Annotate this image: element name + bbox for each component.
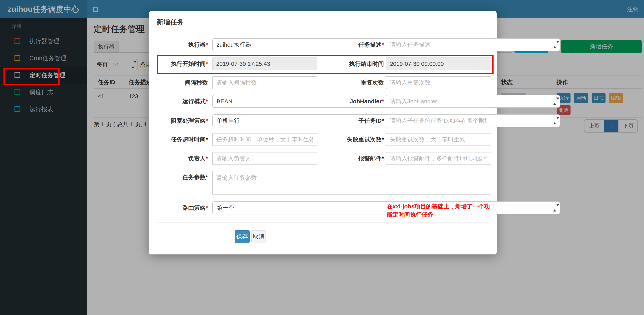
route-strategy-label: 路由策略* xyxy=(153,201,208,214)
retry-input[interactable] xyxy=(386,133,491,146)
task-params-textarea[interactable] xyxy=(212,171,490,195)
block-strategy-select-value: 单机串行 xyxy=(216,115,240,127)
jobhandler-label: JobHandler* xyxy=(315,95,384,108)
task-desc-label: 任务描述* xyxy=(315,38,384,51)
red-note-line2: 指定时间执行任务 xyxy=(387,210,495,219)
end-time-label: 执行结束时间 xyxy=(315,58,384,70)
executor-label: 执行器* xyxy=(153,38,208,51)
owner-label: 负责人* xyxy=(153,152,208,165)
block-strategy-label: 阻塞处理策略* xyxy=(153,114,208,127)
interval-label: 间隔秒数 xyxy=(153,76,208,89)
alarm-email-label: 报警邮件* xyxy=(315,152,384,165)
timeout-input[interactable] xyxy=(212,133,317,146)
retry-label: 失败重试次数* xyxy=(315,133,384,146)
route-strategy-select-value: 第一个 xyxy=(216,202,234,214)
cancel-button[interactable]: 取消 xyxy=(251,230,266,243)
owner-input[interactable] xyxy=(212,152,317,165)
run-mode-label: 运行模式* xyxy=(153,95,208,108)
select-caret-icon xyxy=(553,206,556,210)
run-mode-select-value: BEAN xyxy=(216,95,232,107)
task-params-label: 任务参数* xyxy=(153,171,208,184)
jobhandler-input[interactable] xyxy=(386,95,491,108)
end-time-input[interactable] xyxy=(386,58,491,70)
select-caret-icon xyxy=(553,43,556,47)
task-desc-input[interactable] xyxy=(386,38,491,51)
modal-title: 新增任务 xyxy=(157,18,184,27)
executor-select-value: zuihou执行器 xyxy=(216,39,251,51)
repeat-label: 重复次数 xyxy=(315,76,384,89)
modal-header: 新增任务 xyxy=(149,11,497,31)
interval-input[interactable] xyxy=(212,76,317,89)
alarm-email-input[interactable] xyxy=(386,152,491,165)
start-time-label: 执行开始时间* xyxy=(153,58,208,70)
route-strategy-select[interactable]: 第一个 xyxy=(212,201,560,214)
add-task-modal: 新增任务 执行器* zuihou执行器 任务描述* 执行开始时间* 执行结束时间… xyxy=(149,11,497,254)
select-caret-icon xyxy=(553,119,556,123)
screen: zuihou任务调度中心 注销 导航 执行器管理 Cron任务管理 定时任务管理… xyxy=(0,0,644,315)
child-task-label: 子任务ID* xyxy=(315,114,384,127)
timeout-label: 任务超时时间* xyxy=(153,133,208,146)
start-time-input[interactable] xyxy=(212,58,317,70)
child-task-input[interactable] xyxy=(386,114,491,127)
modal-footer-divider xyxy=(157,222,489,222)
repeat-input[interactable] xyxy=(386,76,491,89)
save-button[interactable]: 保存 xyxy=(234,230,250,243)
select-caret-icon xyxy=(553,100,556,103)
